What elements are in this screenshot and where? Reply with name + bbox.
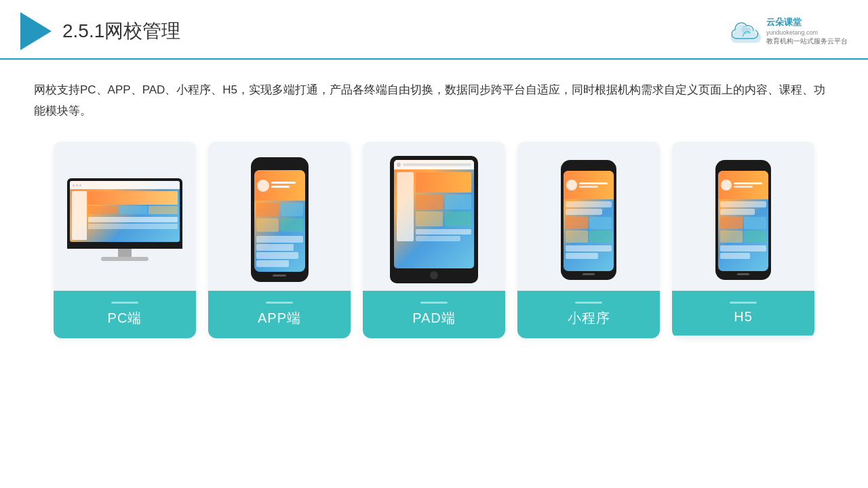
card-image-app xyxy=(208,142,351,291)
page-title: 2.5.1网校管理 xyxy=(62,18,180,44)
mini-phone-mockup-2 xyxy=(715,160,771,280)
logo-text: 云朵课堂 yunduoketang.com 教育机构一站式服务云平台 xyxy=(766,16,848,47)
cards-container: PC端 xyxy=(34,142,834,338)
card-label-pad: PAD端 xyxy=(363,291,505,338)
header: 2.5.1网校管理 云朵课堂 yunduoketang.com 教育机构一站式服… xyxy=(0,0,868,60)
logo-triangle-icon xyxy=(20,12,52,50)
cloud-logo: 云朵课堂 yunduoketang.com 教育机构一站式服务云平台 xyxy=(730,16,848,47)
card-label-app: APP端 xyxy=(208,291,351,338)
phone-mockup-app xyxy=(251,157,309,282)
logo-url: yunduoketang.com xyxy=(766,28,848,37)
logo-brand-name: 云朵课堂 xyxy=(766,16,848,28)
card-label-h5: H5 xyxy=(672,291,814,336)
card-app: APP端 xyxy=(208,142,351,338)
cloud-icon xyxy=(730,19,762,43)
description-text: 网校支持PC、APP、PAD、小程序、H5，实现多端打通，产品各终端自由切换，数… xyxy=(34,80,834,121)
card-miniprogram: 小程序 xyxy=(517,142,660,338)
card-label-miniprogram: 小程序 xyxy=(517,291,660,338)
header-left: 2.5.1网校管理 xyxy=(20,12,180,50)
main-content: 网校支持PC、APP、PAD、小程序、H5，实现多端打通，产品各终端自由切换，数… xyxy=(0,60,868,352)
svg-point-0 xyxy=(742,26,751,35)
tablet-mockup xyxy=(390,156,478,283)
logo-slogan: 教育机构一站式服务云平台 xyxy=(766,37,848,46)
card-image-pc xyxy=(54,142,196,291)
header-right: 云朵课堂 yunduoketang.com 教育机构一站式服务云平台 xyxy=(730,16,848,47)
card-pc: PC端 xyxy=(54,142,196,338)
pc-mockup xyxy=(67,178,182,261)
card-image-miniprogram xyxy=(517,142,660,291)
mini-phone-mockup-1 xyxy=(561,160,616,280)
card-label-pc: PC端 xyxy=(54,291,196,338)
card-image-pad xyxy=(363,142,505,291)
card-h5: H5 xyxy=(672,142,814,338)
card-pad: PAD端 xyxy=(363,142,505,338)
card-image-h5 xyxy=(672,142,814,291)
